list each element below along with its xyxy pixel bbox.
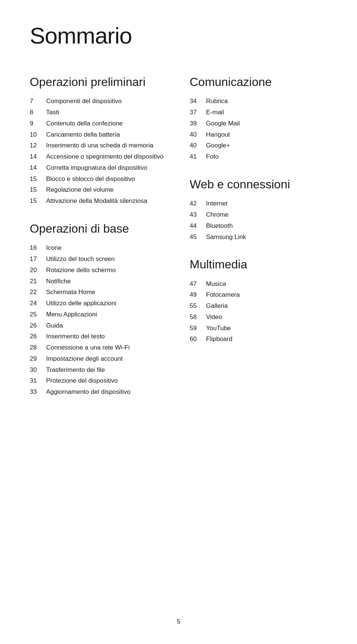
item-label: Impostazione degli account	[46, 353, 123, 364]
list-item: 8Tasti	[30, 107, 167, 118]
item-label: Inserimento del testo	[46, 331, 105, 342]
list-item: 31Protezione del dispositivo	[30, 375, 167, 386]
item-label: Guida	[46, 320, 63, 331]
list-item: 42Internet	[190, 198, 327, 209]
list-item: 15Blocco e sblocco del dispositivo	[30, 173, 167, 185]
item-label: Caricamento della batteria	[46, 129, 120, 140]
list-item: 15Attivazione della Modalità silenziosa	[30, 195, 167, 207]
item-label: Componenti del dispositivo	[46, 96, 122, 107]
item-label: Attivazione della Modalità silenziosa	[46, 195, 147, 207]
item-label: Regolazione del volume	[46, 184, 113, 195]
multimedia-section: Multimedia 47Musica49Fotocamera55Galleri…	[190, 257, 327, 345]
item-number: 15	[30, 184, 46, 195]
right-column: Comunicazione 34Rubrica37E-mail39Google …	[190, 71, 327, 412]
prelim-title: Operazioni preliminari	[30, 75, 167, 89]
item-number: 59	[190, 323, 206, 334]
item-number: 8	[30, 107, 46, 118]
list-item: 59YouTube	[190, 323, 327, 334]
list-item: 33Aggiornamento del dispositivo	[30, 386, 167, 398]
item-number: 7	[30, 96, 46, 107]
item-label: Trasferimento dei file	[46, 364, 105, 376]
item-label: Rubrica	[206, 96, 228, 107]
item-label: Google Mail	[206, 118, 240, 129]
list-item: 26Inserimento del testo	[30, 331, 167, 342]
web-list: 42Internet43Chrome44Bluetooth45Samsung L…	[190, 198, 327, 242]
item-label: Fotocamera	[206, 289, 240, 300]
list-item: 9Contenuto della confezione	[30, 118, 167, 129]
list-item: 22Schermata Home	[30, 287, 167, 298]
item-label: Internet	[206, 198, 228, 209]
item-number: 47	[190, 278, 206, 290]
base-list: 16Icone17Utilizzo del touch screen20Rota…	[30, 242, 167, 398]
list-item: 20Rotazione dello schermo	[30, 265, 167, 276]
item-label: Blocco e sblocco del dispositivo	[46, 173, 135, 185]
item-number: 44	[190, 220, 206, 232]
item-label: Flipboard	[206, 334, 232, 345]
list-item: 15Regolazione del volume	[30, 184, 167, 195]
list-item: 24Utilizzo delle applicazioni	[30, 298, 167, 309]
item-label: Tasti	[46, 107, 59, 118]
item-number: 29	[30, 353, 46, 364]
list-item: 49Fotocamera	[190, 289, 327, 300]
item-label: Samsung Link	[206, 232, 246, 243]
item-label: Video	[206, 312, 222, 323]
item-number: 15	[30, 173, 46, 185]
list-item: 41Foto	[190, 151, 327, 162]
list-item: 12Inserimento di una scheda di memoria	[30, 140, 167, 151]
list-item: 60Flipboard	[190, 334, 327, 345]
web-title: Web e connessioni	[190, 177, 327, 191]
list-item: 34Rubrica	[190, 96, 327, 107]
item-number: 21	[30, 276, 46, 287]
item-number: 30	[30, 364, 46, 376]
item-number: 34	[190, 96, 206, 107]
left-column: Operazioni preliminari 7Componenti del d…	[30, 71, 167, 412]
item-number: 24	[30, 298, 46, 309]
item-number: 20	[30, 265, 46, 276]
item-label: Musica	[206, 278, 226, 290]
item-label: Utilizzo delle applicazioni	[46, 298, 116, 309]
list-item: 44Bluetooth	[190, 220, 327, 232]
list-item: 26Guida	[30, 320, 167, 331]
list-item: 58Video	[190, 312, 327, 323]
multimedia-title: Multimedia	[190, 257, 327, 271]
item-label: Inserimento di una scheda di memoria	[46, 140, 153, 151]
item-label: Accensione o spegnimento del dispositivo	[46, 151, 164, 162]
item-number: 26	[30, 320, 46, 331]
item-number: 37	[190, 107, 206, 118]
item-number: 26	[30, 331, 46, 342]
item-label: Contenuto della confezione	[46, 118, 123, 129]
item-number: 15	[30, 195, 46, 207]
comunicazione-section: Comunicazione 34Rubrica37E-mail39Google …	[190, 75, 327, 162]
item-number: 16	[30, 242, 46, 254]
list-item: 14Corretta impugnatura del dispositivo	[30, 162, 167, 173]
item-number: 42	[190, 198, 206, 209]
item-number: 14	[30, 151, 46, 162]
multimedia-list: 47Musica49Fotocamera55Galleria58Video59Y…	[190, 278, 327, 345]
item-label: Galleria	[206, 300, 228, 312]
list-item: 21Notifiche	[30, 276, 167, 287]
list-item: 47Musica	[190, 278, 327, 290]
item-label: YouTube	[206, 323, 231, 334]
list-item: 25Menu Applicazioni	[30, 309, 167, 320]
item-label: Connessione a una rete Wi-Fi	[46, 342, 130, 353]
item-number: 55	[190, 300, 206, 312]
item-label: Aggiornamento del dispositivo	[46, 386, 131, 398]
item-number: 14	[30, 162, 46, 173]
item-number: 45	[190, 232, 206, 243]
list-item: 40Hangout	[190, 129, 327, 140]
list-item: 55Galleria	[190, 300, 327, 312]
item-label: Chrome	[206, 209, 228, 220]
item-number: 49	[190, 289, 206, 300]
item-number: 10	[30, 129, 46, 140]
item-number: 9	[30, 118, 46, 129]
item-label: Schermata Home	[46, 287, 95, 298]
page-title: Sommario	[30, 22, 327, 49]
list-item: 30Trasferimento dei file	[30, 364, 167, 376]
item-number: 25	[30, 309, 46, 320]
item-number: 12	[30, 140, 46, 151]
item-number: 39	[190, 118, 206, 129]
base-title: Operazioni di base	[30, 221, 167, 236]
item-number: 43	[190, 209, 206, 220]
item-label: Bluetooth	[206, 220, 233, 232]
item-number: 40	[190, 140, 206, 151]
